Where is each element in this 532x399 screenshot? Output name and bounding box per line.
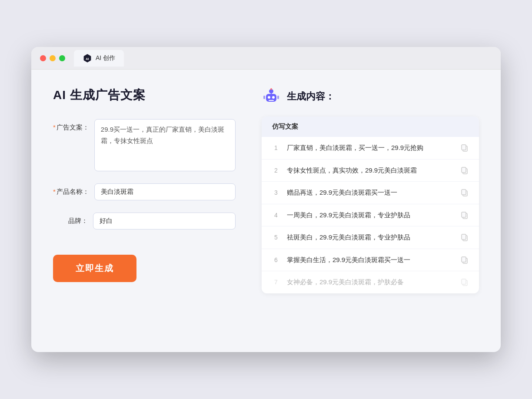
svg-rect-18 <box>462 212 466 217</box>
result-table: 仿写文案 1 厂家直销，美白淡斑霜，买一送一，29.9元抢购 2 专抹女性斑点，… <box>262 116 479 293</box>
left-panel: AI 生成广告文案 *广告文案： 29.9买一送一，真正的厂家直销，美白淡斑霜，… <box>53 87 236 335</box>
svg-point-5 <box>272 96 275 99</box>
main-content: AI 生成广告文案 *广告文案： 29.9买一送一，真正的厂家直销，美白淡斑霜，… <box>31 70 501 352</box>
copy-icon-5[interactable] <box>461 233 469 241</box>
svg-rect-12 <box>462 145 466 150</box>
result-num-5: 5 <box>272 234 280 241</box>
copy-icon-3[interactable] <box>461 189 469 196</box>
svg-rect-6 <box>269 100 274 101</box>
product-name-group: *产品名称： <box>53 183 236 200</box>
product-name-label: *产品名称： <box>53 183 89 196</box>
ad-copy-group: *广告文案： 29.9买一送一，真正的厂家直销，美白淡斑霜，专抹女性斑点 <box>53 119 236 171</box>
result-text-2: 专抹女性斑点，真实功效，29.9元美白淡斑霜 <box>287 166 454 176</box>
svg-point-7 <box>270 88 272 90</box>
result-item-1: 1 厂家直销，美白淡斑霜，买一送一，29.9元抢购 <box>262 137 479 160</box>
copy-icon-2[interactable] <box>461 166 469 174</box>
result-text-7: 女神必备，29.9元美白淡斑霜，护肤必备 <box>287 277 454 287</box>
svg-rect-9 <box>263 96 265 99</box>
svg-rect-20 <box>462 234 466 239</box>
tab-label: AI 创作 <box>96 54 115 62</box>
maximize-button[interactable] <box>59 55 65 61</box>
titlebar: AI AI 创作 <box>31 47 501 70</box>
result-num-6: 6 <box>272 256 280 263</box>
minimize-button[interactable] <box>50 55 56 61</box>
copy-icon-4[interactable] <box>461 211 469 219</box>
copy-icon-6[interactable] <box>461 256 469 264</box>
svg-rect-10 <box>277 96 279 99</box>
browser-window: AI AI 创作 AI 生成广告文案 *广告文案： 29.9买一送一，真正的厂家… <box>31 47 501 352</box>
result-text-1: 厂家直销，美白淡斑霜，买一送一，29.9元抢购 <box>287 143 454 153</box>
brand-label: 品牌： <box>53 213 88 225</box>
ai-tab[interactable]: AI AI 创作 <box>74 50 124 66</box>
result-item-4: 4 一周美白，29.9元美白淡斑霜，专业护肤品 <box>262 204 479 227</box>
ad-copy-label: *广告文案： <box>53 119 89 132</box>
svg-rect-14 <box>462 167 466 173</box>
svg-point-4 <box>268 96 270 99</box>
product-name-input[interactable] <box>94 183 236 200</box>
copy-icon-1[interactable] <box>461 144 469 152</box>
required-star-2: * <box>53 188 56 195</box>
result-item-2: 2 专抹女性斑点，真实功效，29.9元美白淡斑霜 <box>262 160 479 182</box>
result-num-1: 1 <box>272 144 280 151</box>
result-item-6: 6 掌握美白生活，29.9元美白淡斑霜买一送一 <box>262 249 479 272</box>
svg-rect-16 <box>462 190 466 195</box>
copy-icon-7[interactable] <box>461 278 469 286</box>
result-text-5: 祛斑美白，29.9元美白淡斑霜，专业护肤品 <box>287 233 454 243</box>
result-item-3: 3 赠品再送，29.9元美白淡斑霜买一送一 <box>262 182 479 204</box>
right-panel: 生成内容： 仿写文案 1 厂家直销，美白淡斑霜，买一送一，29.9元抢购 2 专… <box>262 87 479 335</box>
result-item-7: 7 女神必备，29.9元美白淡斑霜，护肤必备 <box>262 271 479 293</box>
result-num-3: 3 <box>272 189 280 196</box>
ai-tab-icon: AI <box>83 53 92 63</box>
brand-group: 品牌： <box>53 213 236 229</box>
svg-text:AI: AI <box>86 57 89 60</box>
result-table-header: 仿写文案 <box>262 116 479 137</box>
result-item-5: 5 祛斑美白，29.9元美白淡斑霜，专业护肤品 <box>262 226 479 249</box>
svg-rect-22 <box>462 257 466 262</box>
result-text-4: 一周美白，29.9元美白淡斑霜，专业护肤品 <box>287 210 454 220</box>
robot-icon <box>262 87 281 106</box>
result-header: 生成内容： <box>262 87 479 106</box>
result-num-7: 7 <box>272 279 280 286</box>
result-title: 生成内容： <box>287 90 335 103</box>
result-text-6: 掌握美白生活，29.9元美白淡斑霜买一送一 <box>287 255 454 265</box>
required-star-1: * <box>53 123 56 131</box>
result-num-2: 2 <box>272 167 280 174</box>
traffic-lights <box>40 55 65 61</box>
result-num-4: 4 <box>272 212 280 219</box>
generate-button[interactable]: 立即生成 <box>53 255 136 282</box>
brand-input[interactable] <box>93 213 236 229</box>
page-title: AI 生成广告文案 <box>53 87 236 103</box>
svg-rect-24 <box>462 279 466 284</box>
result-text-3: 赠品再送，29.9元美白淡斑霜买一送一 <box>287 188 454 198</box>
ad-copy-input[interactable]: 29.9买一送一，真正的厂家直销，美白淡斑霜，专抹女性斑点 <box>94 119 236 171</box>
close-button[interactable] <box>40 55 46 61</box>
